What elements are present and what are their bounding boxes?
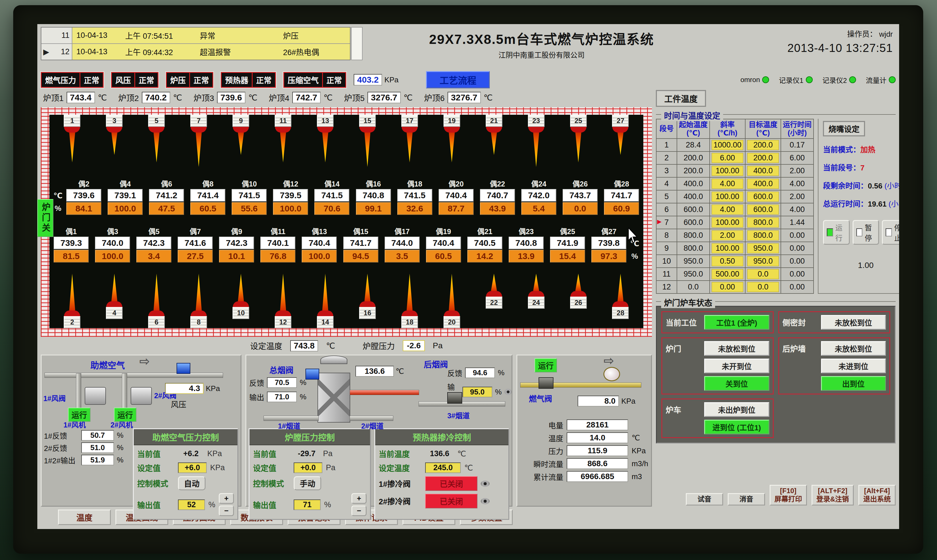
gas-valve-icon[interactable] — [539, 377, 553, 389]
air-valve-icon[interactable] — [177, 363, 190, 374]
thermocouple: 偶15 741.7 94.5 — [341, 226, 381, 263]
schedule-row[interactable]: 1 28.4 1000.00 200.0 0.17 — [656, 138, 814, 151]
schedule-row[interactable]: 12 0.0 0.00 0.0 0.00 — [656, 281, 814, 294]
schedule-row[interactable]: 3 200.0 100.00 400.0 2.00 — [656, 165, 814, 177]
increase-button[interactable]: + — [351, 493, 367, 504]
target-temp[interactable]: 0.0 — [747, 282, 779, 292]
target-temp[interactable]: 400.0 — [747, 179, 779, 189]
slope[interactable]: 100.00 — [712, 217, 743, 228]
fan1-valve-icon[interactable] — [85, 387, 106, 405]
remain-unit: (小时) — [885, 182, 899, 190]
target-temp[interactable]: 600.0 — [747, 205, 779, 215]
system-button[interactable]: 试音 — [686, 493, 723, 506]
slope[interactable]: 4.00 — [712, 205, 743, 215]
alarm-table[interactable]: 11 10-04-13 上午 07:54:51 异常 炉压 ▶ 12 10-04… — [41, 27, 350, 60]
system-button[interactable]: [ALT+F2] 登录&注销 — [812, 485, 854, 506]
fb2-value: 51.0 — [81, 442, 114, 453]
main-flue-valve-icon[interactable] — [305, 369, 319, 380]
workpiece-temp-button[interactable]: 工件温度 — [656, 90, 706, 107]
thermocouple: 偶11 740.1 76.8 — [258, 226, 297, 263]
schedule-row[interactable]: 8 800.0 2.00 800.0 0.00 — [656, 229, 814, 242]
schedule-row[interactable]: 4 400.0 4.00 400.0 4.00 — [656, 177, 814, 190]
slope[interactable]: 4.00 — [712, 179, 743, 189]
target-temp[interactable]: 950.0 — [747, 256, 779, 266]
stop-button[interactable]: 停止 — [882, 220, 899, 245]
schedule-row[interactable]: 7 600.0 100.00 800.0 1.44 — [656, 216, 814, 229]
thermocouple-output-pct: 94.5 — [343, 250, 378, 263]
thermocouple-label: 偶16 — [366, 178, 381, 188]
thermocouple-output-pct: 81.5 — [54, 250, 89, 263]
fan2-valve-icon[interactable] — [131, 387, 152, 405]
thermocouple-output-pct: 47.5 — [149, 202, 184, 215]
target-temp[interactable]: 400.0 — [747, 166, 779, 176]
output-value[interactable]: 71 — [294, 500, 321, 510]
thermocouple-output-pct: 100.0 — [95, 250, 130, 263]
slope[interactable]: 1000.00 — [712, 140, 743, 150]
thermocouple-output-pct: 10.1 — [219, 250, 254, 263]
slope[interactable]: 100.00 — [712, 166, 743, 176]
roof-temp-value: 739.6 — [217, 92, 245, 103]
schedule-col-header: 段号 — [656, 119, 677, 138]
alarm-number: 12 — [51, 44, 72, 60]
system-button[interactable]: 消音 — [728, 493, 765, 506]
alarm-table-scroll-strip[interactable] — [351, 27, 362, 60]
cur-temp-label: 当前温度 — [379, 448, 422, 459]
alarm-row[interactable]: 11 10-04-13 上午 07:54:51 异常 炉压 — [42, 28, 350, 44]
set-value[interactable]: +6.0 — [178, 463, 207, 473]
thermocouple: 偶23 740.8 13.9 — [507, 226, 546, 263]
set-temp-value[interactable]: 245.0 — [425, 463, 461, 473]
output-value[interactable]: 52 — [178, 500, 205, 510]
valve-indicator-icon[interactable] — [505, 389, 512, 395]
schedule-row[interactable]: 5 400.0 100.00 600.0 2.00 — [656, 190, 814, 203]
slope[interactable]: 2.00 — [712, 230, 743, 240]
target-temp[interactable]: 800.0 — [747, 230, 779, 240]
thermocouple: 偶6 741.2 47.5 — [147, 178, 186, 215]
pause-button[interactable]: 暂停 — [852, 220, 879, 245]
thermocouple: 偶10 741.5 55.6 — [230, 178, 269, 215]
thermocouple-output-pct: 97.3 — [591, 250, 626, 263]
title-block: 29X7.3X8.5m台车式燃气炉控温系统 江阴中南重工股份有限公司 — [368, 27, 715, 60]
thermocouple-temp: 741.5 — [397, 189, 432, 202]
decrease-button[interactable]: − — [219, 506, 234, 516]
system-button[interactable]: [Alt+F4] 退出系统 — [858, 485, 895, 506]
burner-number-tag: 27 — [612, 115, 629, 127]
run-button[interactable]: 运行 — [823, 220, 850, 245]
slope[interactable]: 100.00 — [712, 243, 743, 253]
target-temp[interactable]: 600.0 — [747, 192, 779, 202]
mode-button[interactable]: 手动 — [294, 476, 321, 490]
slope[interactable]: 0.50 — [712, 256, 743, 266]
valve-indicator-icon[interactable] — [481, 480, 490, 487]
schedule-row[interactable]: 10 950.0 0.50 950.0 0.00 — [656, 255, 814, 268]
burner: 20 — [432, 274, 472, 328]
target-temp[interactable]: 200.0 — [747, 140, 779, 150]
slope[interactable]: 0.00 — [712, 282, 743, 292]
thermocouple-temp: 740.5 — [467, 237, 502, 249]
rear-fb-value: 94.6 — [465, 368, 495, 378]
system-button[interactable]: [F10] 屏幕打印 — [770, 485, 807, 506]
target-temp[interactable]: 0.0 — [747, 269, 779, 279]
gas-readout-value: 6966.685 — [567, 471, 628, 482]
schedule-row[interactable]: 2 200.0 6.00 200.0 6.00 — [656, 151, 814, 165]
alarm-row[interactable]: ▶ 12 10-04-13 上午 09:44:32 超温报警 26#热电偶 — [42, 44, 350, 60]
slope[interactable]: 6.00 — [712, 153, 743, 163]
target-temp[interactable]: 200.0 — [747, 153, 779, 163]
schedule-row[interactable]: 9 800.0 100.00 950.0 0.00 — [656, 242, 814, 255]
set-value[interactable]: +0.0 — [294, 463, 322, 473]
flame-icon — [111, 274, 118, 301]
schedule-row[interactable]: 6 600.0 4.00 600.0 4.00 — [656, 203, 814, 216]
gas-graphic: 运行 ⇨ 燃气阀 8.0 KPa — [517, 355, 651, 416]
burner-settings-button[interactable]: 烧嘴设定 — [823, 121, 865, 136]
schedule-row[interactable]: 11 950.0 500.00 0.0 0.00 — [656, 268, 814, 281]
thermocouple-temp: 739.8 — [591, 237, 626, 249]
mode-button[interactable]: 自动 — [178, 476, 205, 490]
decrease-button[interactable]: − — [351, 506, 367, 516]
target-temp[interactable]: 800.0 — [747, 217, 779, 228]
rear-flue-valve-icon[interactable] — [447, 392, 462, 404]
slope[interactable]: 500.00 — [712, 269, 743, 279]
process-flow-button[interactable]: 工艺流程 — [426, 71, 490, 88]
increase-button[interactable]: + — [219, 493, 234, 504]
status-badges: 燃气压力 正常 风压 正常 炉压 正常 预热器 正常 — [41, 72, 346, 88]
target-temp[interactable]: 950.0 — [747, 243, 779, 253]
slope[interactable]: 100.00 — [712, 192, 743, 202]
valve-indicator-icon[interactable] — [481, 498, 490, 505]
